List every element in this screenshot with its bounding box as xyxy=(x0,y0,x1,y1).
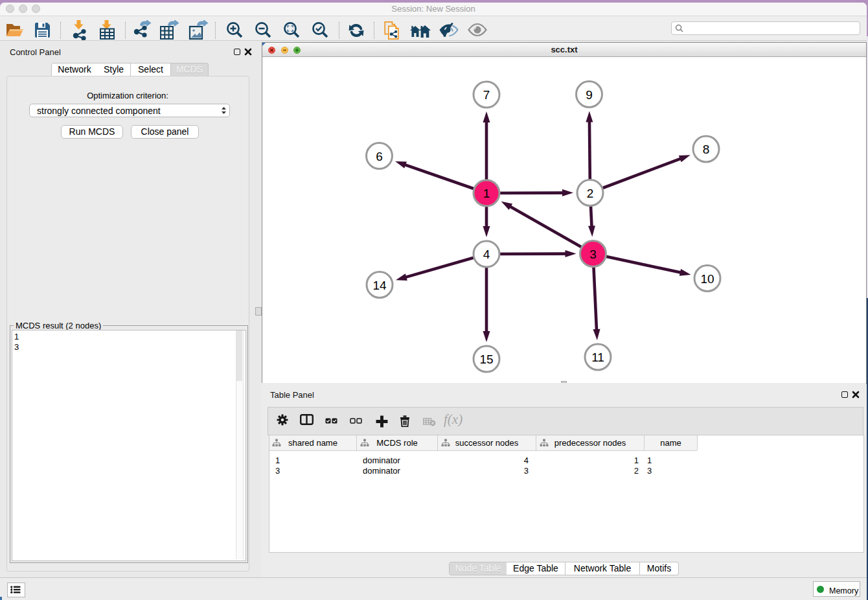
svg-text:9: 9 xyxy=(586,88,593,102)
svg-text:3: 3 xyxy=(589,248,597,261)
svg-text:1: 1 xyxy=(483,187,490,200)
svg-text:11: 11 xyxy=(591,351,604,364)
svg-text:15: 15 xyxy=(479,352,493,366)
svg-text:10: 10 xyxy=(700,272,714,286)
svg-text:6: 6 xyxy=(376,150,383,163)
svg-text:7: 7 xyxy=(483,88,490,102)
svg-text:14: 14 xyxy=(372,279,387,292)
svg-text:8: 8 xyxy=(703,143,710,156)
svg-text:4: 4 xyxy=(483,248,490,261)
svg-text:2: 2 xyxy=(587,187,594,200)
